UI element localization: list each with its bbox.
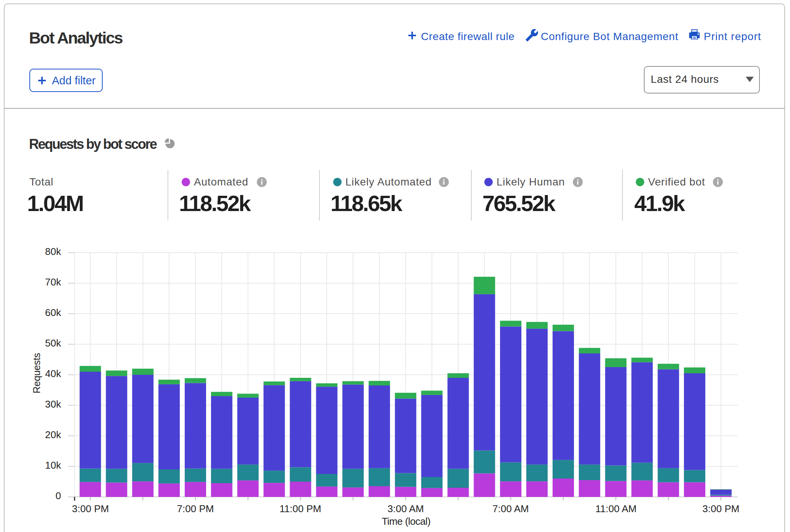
svg-text:11:00 AM: 11:00 AM xyxy=(595,503,637,514)
svg-text:40k: 40k xyxy=(45,368,61,379)
svg-text:30k: 30k xyxy=(45,398,61,410)
svg-text:20k: 20k xyxy=(45,429,61,440)
svg-text:60k: 60k xyxy=(45,307,61,318)
svg-text:70k: 70k xyxy=(45,276,61,288)
svg-text:50k: 50k xyxy=(45,337,61,349)
svg-text:0: 0 xyxy=(56,490,61,501)
svg-text:80k: 80k xyxy=(45,246,61,257)
svg-text:10k: 10k xyxy=(45,459,61,471)
svg-text:Requests: Requests xyxy=(31,353,42,393)
svg-text:3:00 PM: 3:00 PM xyxy=(72,503,109,514)
svg-text:3:00 AM: 3:00 AM xyxy=(387,503,424,514)
svg-text:7:00 AM: 7:00 AM xyxy=(492,503,529,514)
svg-text:11:00 PM: 11:00 PM xyxy=(279,503,321,514)
svg-text:7:00 PM: 7:00 PM xyxy=(177,503,214,514)
svg-text:Time (local): Time (local) xyxy=(382,516,430,527)
svg-text:3:00 PM: 3:00 PM xyxy=(703,503,740,514)
